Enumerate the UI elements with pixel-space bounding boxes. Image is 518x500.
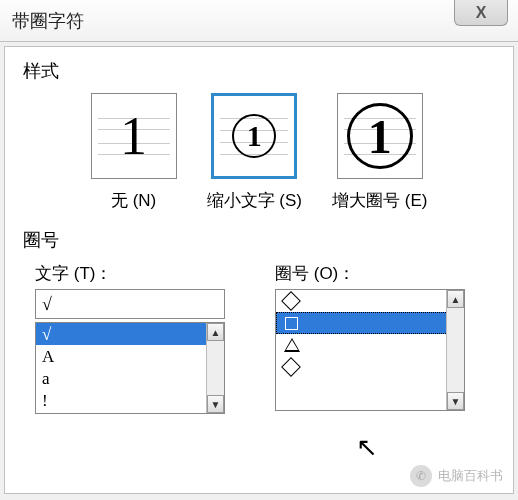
close-button[interactable]: X — [454, 0, 508, 26]
text-label: 文字 (T)： — [35, 262, 225, 285]
enclosure-section-label: 圈号 — [23, 228, 495, 252]
cursor-icon: ↖ — [356, 432, 378, 463]
shape-listbox[interactable]: ▲ ▼ — [275, 289, 465, 411]
list-item[interactable] — [276, 334, 464, 356]
style-caption-none: 无 (N) — [111, 189, 156, 212]
style-option-shrink[interactable]: 1 缩小文字 (S) — [207, 93, 302, 212]
style-options-row: 1 无 (N) 1 缩小文字 (S) 1 增大圈号 (E) — [23, 93, 495, 212]
list-item[interactable]: a — [36, 367, 224, 389]
scroll-down-icon[interactable]: ▼ — [447, 392, 464, 410]
list-item[interactable] — [276, 312, 464, 334]
triangle-icon — [284, 338, 300, 352]
list-item[interactable]: √ — [36, 323, 224, 345]
scroll-up-icon[interactable]: ▲ — [207, 323, 224, 341]
shape-column: 圈号 (O)： ▲ — [275, 262, 465, 414]
watermark: ✆ 电脑百科书 — [410, 465, 503, 487]
dialog-title: 带圈字符 — [12, 9, 84, 33]
style-preview-shrink: 1 — [211, 93, 297, 179]
diamond-icon — [281, 291, 301, 311]
list-item[interactable]: ! — [36, 389, 224, 411]
close-icon: X — [476, 4, 487, 22]
list-item[interactable] — [276, 290, 464, 312]
scroll-up-icon[interactable]: ▲ — [447, 290, 464, 308]
style-option-enlarge[interactable]: 1 增大圈号 (E) — [332, 93, 427, 212]
digit-one-icon: 1 — [120, 105, 147, 167]
scrollbar[interactable]: ▲ ▼ — [446, 290, 464, 410]
text-input[interactable] — [35, 289, 225, 319]
diamond-icon — [281, 357, 301, 377]
text-listbox[interactable]: √ A a ! ▲ ▼ — [35, 322, 225, 414]
style-section-label: 样式 — [23, 59, 495, 83]
list-item[interactable]: A — [36, 345, 224, 367]
text-column: 文字 (T)： √ A a ! ▲ ▼ — [35, 262, 225, 414]
style-preview-enlarge: 1 — [337, 93, 423, 179]
circled-one-small-icon: 1 — [232, 114, 276, 158]
shape-label: 圈号 (O)： — [275, 262, 465, 285]
wechat-icon: ✆ — [410, 465, 432, 487]
style-preview-none: 1 — [91, 93, 177, 179]
style-caption-shrink: 缩小文字 (S) — [207, 189, 302, 212]
square-icon — [285, 317, 298, 330]
titlebar: 带圈字符 X — [0, 0, 518, 42]
circled-one-large-icon: 1 — [347, 103, 413, 169]
style-caption-enlarge: 增大圈号 (E) — [332, 189, 427, 212]
scrollbar[interactable]: ▲ ▼ — [206, 323, 224, 413]
scroll-down-icon[interactable]: ▼ — [207, 395, 224, 413]
list-item[interactable] — [276, 356, 464, 378]
dialog-body: 样式 1 无 (N) 1 缩小文字 (S) 1 增大圈号 (E) 圈号 — [4, 46, 514, 494]
watermark-text: 电脑百科书 — [438, 467, 503, 485]
style-option-none[interactable]: 1 无 (N) — [91, 93, 177, 212]
enclosure-section: 圈号 文字 (T)： √ A a ! ▲ ▼ 圈号 (O)： — [23, 228, 495, 414]
